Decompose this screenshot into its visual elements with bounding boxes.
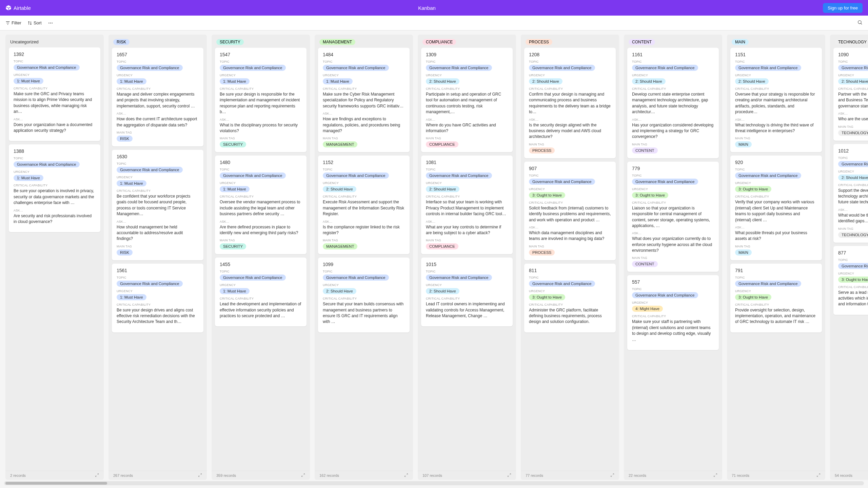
kanban-card[interactable]: 1630TOPICGovernance Risk and ComplianceU… bbox=[112, 150, 203, 260]
expand-column-button[interactable] bbox=[95, 473, 99, 478]
field-label: MAIN TAG bbox=[323, 239, 405, 242]
scroll-thumb[interactable] bbox=[5, 482, 107, 485]
field-label: URGENCY bbox=[117, 74, 199, 77]
column-footer: 77 records bbox=[521, 471, 619, 480]
field-label: CRITICAL CAPABILITY bbox=[632, 87, 714, 90]
expand-column-button[interactable] bbox=[507, 473, 511, 478]
horizontal-scrollbar[interactable] bbox=[0, 480, 868, 487]
column-scroll[interactable]: 1151TOPICGovernance Risk and ComplianceU… bbox=[727, 48, 825, 471]
column-header[interactable]: MAIN bbox=[727, 35, 825, 48]
kanban-column: Uncategorized1392TOPICGovernance Risk an… bbox=[5, 35, 104, 480]
field-label: TOPIC bbox=[117, 60, 199, 63]
search-button[interactable] bbox=[857, 20, 863, 26]
kanban-card[interactable]: 1455TOPICGovernance Risk and ComplianceU… bbox=[215, 258, 307, 326]
field-label: TOPIC bbox=[735, 168, 817, 171]
column-header[interactable]: PROCESS bbox=[521, 35, 619, 48]
column-header[interactable]: CONTENT bbox=[624, 35, 722, 48]
board-scroll[interactable]: Uncategorized1392TOPICGovernance Risk an… bbox=[0, 30, 868, 480]
topic-pill: Governance Risk and Compliance bbox=[220, 274, 286, 281]
field-label: TOPIC bbox=[838, 258, 868, 262]
maintag-pill: TECHNOLOGY bbox=[838, 232, 868, 238]
column-scroll[interactable]: 1547TOPICGovernance Risk and ComplianceU… bbox=[212, 48, 310, 471]
expand-column-button[interactable] bbox=[713, 473, 717, 478]
urgency-pill: 2: Should Have bbox=[529, 78, 563, 84]
field-label: TOPIC bbox=[220, 270, 302, 273]
kanban-card[interactable]: 920TOPICGovernance Risk and ComplianceUR… bbox=[730, 156, 822, 260]
kanban-card[interactable]: 1547TOPICGovernance Risk and ComplianceU… bbox=[215, 48, 307, 152]
expand-column-button[interactable] bbox=[404, 473, 408, 478]
kanban-card[interactable]: 779TOPICGovernance Risk and ComplianceUR… bbox=[627, 162, 719, 272]
kanban-card[interactable]: 791TOPICGovernance Risk and ComplianceUR… bbox=[730, 264, 822, 332]
field-label: URGENCY bbox=[426, 283, 508, 287]
brand[interactable]: Airtable bbox=[5, 5, 31, 11]
field-label: URGENCY bbox=[632, 187, 714, 191]
field-label: CRITICAL CAPABILITY bbox=[426, 195, 508, 198]
kanban-card[interactable]: 557TOPICGovernance Risk and ComplianceUR… bbox=[627, 275, 719, 350]
field-label: TOPIC bbox=[117, 162, 199, 165]
kanban-card[interactable]: 1161TOPICGovernance Risk and ComplianceU… bbox=[627, 48, 719, 158]
kanban-card[interactable]: 811TOPICGovernance Risk and ComplianceUR… bbox=[524, 264, 616, 332]
kanban-card[interactable]: 1561TOPICGovernance Risk and ComplianceU… bbox=[112, 264, 203, 332]
field-label: TOPIC bbox=[735, 276, 817, 279]
column-header[interactable]: MANAGEMENT bbox=[315, 35, 413, 48]
kanban-card[interactable]: 1012TOPICGovernance Risk and ComplianceU… bbox=[833, 144, 868, 243]
column-header[interactable]: SECURITY bbox=[212, 35, 310, 48]
kanban-card[interactable]: 1015TOPICGovernance Risk and ComplianceU… bbox=[421, 258, 513, 326]
card-id: 1161 bbox=[632, 52, 714, 57]
more-button[interactable] bbox=[48, 20, 53, 26]
column-scroll[interactable]: 1090TOPICGovernance Risk and ComplianceU… bbox=[830, 48, 868, 471]
ask-text: What are your key controls to determine … bbox=[426, 224, 508, 236]
filter-button[interactable]: Filter bbox=[5, 20, 21, 25]
kanban-card[interactable]: 1208TOPICGovernance Risk and ComplianceU… bbox=[524, 48, 616, 158]
signup-button[interactable]: Sign up for free bbox=[823, 3, 863, 13]
kanban-card[interactable]: 1099TOPICGovernance Risk and ComplianceU… bbox=[318, 258, 410, 332]
record-count: 22 records bbox=[629, 473, 646, 477]
kanban-card[interactable]: 1392TOPICGovernance Risk and ComplianceU… bbox=[9, 47, 100, 141]
kanban-card[interactable]: 1484TOPICGovernance Risk and ComplianceU… bbox=[318, 48, 410, 152]
maintag-pill: RISK bbox=[117, 249, 133, 256]
kanban-card[interactable]: 1090TOPICGovernance Risk and ComplianceU… bbox=[833, 48, 868, 141]
column-scroll[interactable]: 1657TOPICGovernance Risk and ComplianceU… bbox=[108, 48, 207, 471]
topic-pill: Governance Risk and Compliance bbox=[735, 281, 801, 287]
sort-button[interactable]: Sort bbox=[27, 20, 42, 25]
column-header[interactable]: COMPLIANCE bbox=[418, 35, 516, 48]
topic-pill: Governance Risk and Compliance bbox=[14, 161, 80, 167]
field-label: TOPIC bbox=[117, 276, 199, 279]
kanban-card[interactable]: 1152TOPICGovernance Risk and ComplianceU… bbox=[318, 156, 410, 254]
expand-column-button[interactable] bbox=[816, 473, 821, 478]
kanban-card[interactable]: 877TOPICGovernance Risk and ComplianceUR… bbox=[833, 246, 868, 315]
critical-text: Solicit feedback from (internal) custome… bbox=[529, 205, 611, 223]
kanban-card[interactable]: 1388TOPICGovernance Risk and ComplianceU… bbox=[9, 144, 100, 232]
column-scroll[interactable]: 1208TOPICGovernance Risk and ComplianceU… bbox=[521, 48, 619, 471]
field-label: CRITICAL CAPABILITY bbox=[117, 303, 199, 306]
topic-pill: Governance Risk and Compliance bbox=[426, 65, 492, 71]
kanban-card[interactable]: 1657TOPICGovernance Risk and ComplianceU… bbox=[112, 48, 203, 146]
column-scroll[interactable]: 1484TOPICGovernance Risk and ComplianceU… bbox=[315, 48, 413, 471]
column-header[interactable]: RISK bbox=[108, 35, 207, 48]
topic-pill: Governance Risk and Compliance bbox=[838, 65, 868, 71]
topic-pill: Governance Risk and Compliance bbox=[735, 65, 801, 71]
column-header[interactable]: TECHNOLOGY bbox=[830, 35, 868, 48]
expand-column-button[interactable] bbox=[301, 473, 305, 478]
kanban-card[interactable]: 907TOPICGovernance Risk and ComplianceUR… bbox=[524, 162, 616, 260]
kanban-card[interactable]: 1480TOPICGovernance Risk and ComplianceU… bbox=[215, 156, 307, 254]
expand-column-button[interactable] bbox=[610, 473, 614, 478]
topic-pill: Governance Risk and Compliance bbox=[529, 65, 595, 71]
card-id: 1547 bbox=[220, 52, 302, 57]
column-scroll[interactable]: 1161TOPICGovernance Risk and ComplianceU… bbox=[624, 48, 722, 471]
field-label: TOPIC bbox=[426, 270, 508, 273]
kanban-card[interactable]: 1081TOPICGovernance Risk and ComplianceU… bbox=[421, 156, 513, 254]
expand-column-button[interactable] bbox=[198, 473, 202, 478]
column-scroll[interactable]: 1309TOPICGovernance Risk and ComplianceU… bbox=[418, 48, 516, 471]
urgency-pill: 3: Ought to Have bbox=[735, 294, 771, 300]
record-count: 359 records bbox=[216, 473, 236, 477]
field-label: ASK… bbox=[14, 209, 96, 212]
critical-text: Participate in setup and operation of GR… bbox=[426, 92, 508, 115]
view-title: Kanban bbox=[418, 5, 436, 11]
field-label: CRITICAL CAPABILITY bbox=[838, 285, 868, 289]
kanban-card[interactable]: 1309TOPICGovernance Risk and ComplianceU… bbox=[421, 48, 513, 152]
column-header[interactable]: Uncategorized bbox=[5, 35, 104, 47]
column-scroll[interactable]: 1392TOPICGovernance Risk and ComplianceU… bbox=[5, 47, 104, 471]
column-footer: 107 records bbox=[418, 471, 516, 480]
kanban-card[interactable]: 1151TOPICGovernance Risk and ComplianceU… bbox=[730, 48, 822, 152]
